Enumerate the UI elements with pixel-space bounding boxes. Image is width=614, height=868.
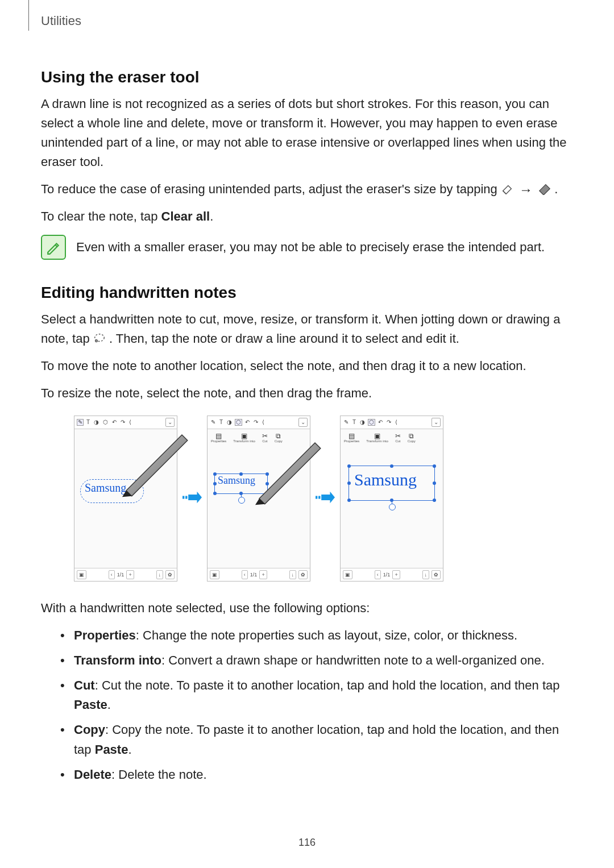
screenshot-statusbar: ▣ ‹ 1/1 + ↓ ✿ (208, 568, 310, 581)
tool-icon: ⬡ (102, 419, 109, 426)
status-icon: ↓ (156, 570, 164, 579)
edit-label: Properties (211, 439, 226, 443)
properties-icon: ▤ (211, 433, 226, 439)
rotate-handle-icon (389, 504, 396, 510)
paragraph: To clear the note, tap Clear all. (41, 207, 573, 226)
edit-label: Transform into (366, 439, 388, 443)
heading-editing: Editing handwritten notes (41, 284, 573, 302)
option-term: Transform into (74, 653, 161, 667)
screenshot-canvas: Samsung (74, 429, 177, 568)
eraser-small-icon (501, 182, 513, 195)
list-item: Delete: Delete the note. (58, 765, 573, 784)
stylus-icon (114, 419, 194, 499)
collapse-icon: ⌄ (298, 418, 308, 427)
status-icon: ▣ (77, 570, 86, 579)
note-callout: Even with a smaller eraser, you may not … (41, 235, 573, 260)
page-counter: 1/1 (250, 572, 258, 578)
tool-icon: T (218, 419, 224, 426)
tool-icon: ⬡ (368, 419, 375, 426)
stylus-icon (247, 427, 327, 506)
status-icon: ↓ (422, 570, 430, 579)
page-counter: 1/1 (117, 572, 125, 578)
option-desc: : Delete the note. (111, 767, 207, 782)
option-term: Copy (74, 722, 105, 737)
arrow-right-icon: → (519, 183, 533, 197)
tool-icon: T (85, 419, 91, 426)
tool-icon: ↷ (252, 419, 259, 426)
list-item: Cut: Cut the note. To paste it to anothe… (58, 676, 573, 715)
edit-item-cut: ✂Cut (395, 433, 401, 443)
heading-eraser: Using the eraser tool (41, 68, 573, 86)
tool-icon: ◑ (93, 419, 100, 426)
cut-icon: ✂ (395, 433, 401, 439)
option-desc: : Convert a drawn shape or handwritten n… (161, 653, 545, 667)
paragraph: To move the note to another location, se… (41, 356, 573, 376)
options-list: Properties: Change the note properties s… (58, 626, 573, 784)
edit-item-properties: ▤Properties (211, 433, 226, 443)
handwritten-text: Samsung (354, 470, 417, 489)
text: . (210, 209, 213, 223)
text: To reduce the case of erasing unintended… (41, 182, 501, 196)
tool-icon: ◑ (359, 419, 366, 426)
edit-label: Copy (408, 439, 416, 443)
paragraph: A drawn line is not recognized as a seri… (41, 94, 573, 172)
copy-icon: ⧉ (408, 433, 416, 439)
paragraph: With a handwritten note selected, use th… (41, 599, 573, 618)
tool-icon: ◑ (226, 419, 233, 426)
list-item: Copy: Copy the note. To paste it to anot… (58, 720, 573, 759)
edit-item-transform: ▣Transform into (366, 433, 388, 443)
header-divider (11, 0, 29, 31)
settings-icon: ✿ (432, 570, 441, 579)
settings-icon: ✿ (298, 570, 308, 579)
option-term: Properties (74, 628, 136, 642)
properties-icon: ▤ (344, 433, 359, 439)
edit-item-copy: ⧉Copy (408, 433, 416, 443)
option-term: Delete (74, 767, 111, 782)
tool-icon: ↶ (244, 419, 251, 426)
bold-text: Paste (95, 742, 128, 757)
section-name: Utilities (41, 14, 81, 28)
rotate-handle-icon (238, 497, 245, 504)
screenshot-statusbar: ▣ ‹ 1/1 + ↓ ✿ (341, 568, 443, 581)
page-next-icon: + (126, 570, 134, 579)
lasso-select-icon (93, 332, 106, 344)
tool-icon: ⬡ (235, 419, 242, 426)
tool-icon: ↷ (385, 419, 392, 426)
page-next-icon: + (259, 570, 267, 579)
screenshot-toolbar: ✎ T ◑ ⬡ ↶ ↷ ⟨ ⌄ (341, 416, 443, 429)
list-item: Properties: Change the note properties s… (58, 626, 573, 645)
page-counter: 1/1 (383, 572, 391, 578)
option-desc: : Change the note properties such as lay… (136, 628, 517, 642)
note-icon (41, 235, 66, 260)
screenshot-canvas: ▤Properties ▣Transform into ✂Cut ⧉Copy S… (208, 429, 310, 568)
page-number: 116 (0, 837, 614, 849)
tool-icon: ↶ (377, 419, 384, 426)
screenshot-step-1: ✎ T ◑ ⬡ ↶ ↷ ⟨ ⌄ Samsung (74, 416, 177, 582)
screenshot-canvas: ▤Properties ▣Transform into ✂Cut ⧉Copy S… (341, 429, 443, 568)
paragraph: To reduce the case of erasing unintended… (41, 180, 573, 199)
tool-icon: ⟨ (394, 419, 399, 426)
tool-icon: ⟨ (261, 419, 265, 426)
edit-label: Properties (344, 439, 359, 443)
edit-item-properties: ▤Properties (344, 433, 359, 443)
status-icon: ▣ (343, 570, 352, 579)
bold-text: Paste (74, 697, 107, 712)
list-item: Transform into: Convert a drawn shape or… (58, 651, 573, 670)
text: . (554, 182, 558, 196)
settings-icon: ✿ (165, 570, 175, 579)
page-next-icon: + (392, 570, 400, 579)
tool-icon: ✎ (77, 419, 84, 426)
option-desc: : Copy the note. To paste it to another … (74, 722, 559, 756)
text: To clear the note, tap (41, 209, 161, 223)
tool-icon: ✎ (210, 419, 217, 426)
content: Using the eraser tool A drawn line is no… (41, 68, 573, 784)
page-prev-icon: ‹ (375, 570, 381, 579)
status-icon: ▣ (210, 570, 219, 579)
tool-icon: T (351, 419, 357, 426)
collapse-icon: ⌄ (432, 418, 441, 427)
manual-page: Utilities Using the eraser tool A drawn … (0, 0, 614, 868)
option-term: Cut (74, 678, 95, 692)
page-prev-icon: ‹ (109, 570, 115, 579)
svg-point-0 (95, 334, 105, 341)
status-icon: ↓ (289, 570, 297, 579)
